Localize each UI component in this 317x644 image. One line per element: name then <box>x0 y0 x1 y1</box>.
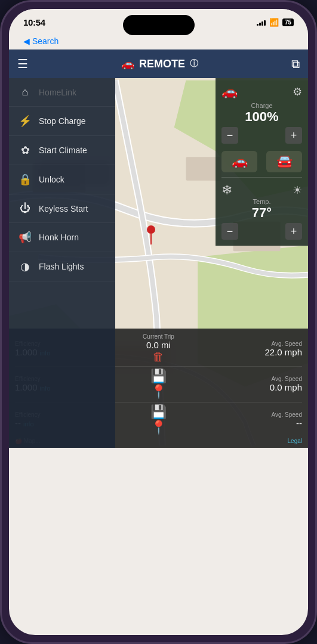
stats-row1-avgspeed-label: Avg. Speed <box>271 340 302 347</box>
temp-controls: − + <box>221 223 302 240</box>
menu-unlock-label: Unlock <box>39 175 64 184</box>
charge-header: 🚗 ⚙ <box>221 84 302 100</box>
wifi-icon: 📶 <box>269 18 279 27</box>
map-pin-line <box>150 234 152 244</box>
charge-section: 🚗 ⚙ Charge 100% − + <box>221 84 302 144</box>
temp-label: Temp. <box>221 198 302 205</box>
signal-bar-3 <box>261 21 263 26</box>
menu-honk-label: Honk Horn <box>39 233 79 242</box>
stats-row1-trip-value: 0.0 mi <box>146 340 171 350</box>
panel-gear-icon[interactable]: ⚙ <box>293 85 302 98</box>
stats-row3-right: Avg. Speed -- <box>169 411 302 428</box>
stop-charge-icon: ⚡ <box>19 114 32 128</box>
car-icon: 🚗 <box>121 57 134 70</box>
stats-row3-avgspeed-label: Avg. Speed <box>271 411 302 418</box>
trash-icon-red[interactable]: 🗑 <box>152 350 164 364</box>
signal-bar-2 <box>259 23 261 26</box>
stats-row1-trip-label: Current Trip <box>143 333 174 340</box>
menu-start-climate-label: Start Climate <box>39 145 87 155</box>
map-pin-dot <box>147 225 155 234</box>
menu-keyless-label: Keyless Start <box>39 204 88 213</box>
app-title: 🚗 REMOTE ⓘ <box>121 57 198 70</box>
temp-value: 77° <box>221 205 302 221</box>
charge-label: Charge <box>221 102 302 109</box>
stats-row2-center[interactable]: 💾 📍 <box>150 369 167 400</box>
menu-homelink-label: HomeLink <box>39 88 76 97</box>
layers-icon[interactable]: ⧉ <box>291 57 300 71</box>
stats-row2-right: Avg. Speed 0.0 mph <box>169 376 302 392</box>
menu-item-start-climate[interactable]: ✿ Start Climate <box>9 136 115 165</box>
menu-item-homelink[interactable]: ⌂ HomeLink <box>9 78 115 107</box>
battery-icon: 75 <box>282 18 294 26</box>
signal-bar-4 <box>264 20 266 26</box>
sidebar-menu: ⌂ HomeLink ⚡ Stop Charge ✿ Start Climate… <box>9 78 115 448</box>
signal-bar-1 <box>257 24 258 26</box>
temp-decrease-button[interactable]: − <box>221 223 238 240</box>
home-icon: ⌂ <box>19 86 32 98</box>
climate-icon: ✿ <box>19 144 32 157</box>
charge-decrease-button[interactable]: − <box>221 127 238 144</box>
status-icons: 📶 75 <box>257 18 294 27</box>
phone-screen: 10:54 📶 75 ◀ Search ☰ 🚗 REMOTE ⓘ <box>9 9 308 635</box>
power-icon: ⏻ <box>19 202 32 215</box>
sun-icon: ☀ <box>293 184 302 197</box>
dynamic-island <box>123 15 195 35</box>
horn-icon: 📢 <box>19 231 32 244</box>
signal-icon <box>257 18 266 26</box>
stats-row3-center[interactable]: 💾 📍 <box>150 404 167 435</box>
save-icon-green[interactable]: 💾 <box>150 369 167 384</box>
menu-flash-label: Flash Lights <box>39 262 84 271</box>
stats-row2-avgspeed-value: 0.0 mph <box>270 382 302 392</box>
legal-link[interactable]: Legal <box>288 438 302 444</box>
right-control-panel: 🚗 ⚙ Charge 100% − + 🚗 🚘 <box>216 78 308 246</box>
location-icon-teal[interactable]: 📍 <box>150 384 167 400</box>
location-icon-purple[interactable]: 📍 <box>150 420 167 435</box>
climate-section: ❄ ☀ Temp. 77° − + <box>221 182 302 240</box>
title-text: REMOTE <box>139 58 185 70</box>
car-front-view[interactable]: 🚗 <box>221 151 257 172</box>
stats-row1-right: Avg. Speed 22.0 mph <box>177 340 302 357</box>
phone-frame: 10:54 📶 75 ◀ Search ☰ 🚗 REMOTE ⓘ <box>0 0 317 644</box>
map-pin <box>145 225 153 244</box>
menu-item-keyless-start[interactable]: ⏻ Keyless Start <box>9 194 115 223</box>
charge-value: 100% <box>221 109 302 125</box>
car-side-view[interactable]: 🚘 <box>266 151 302 172</box>
stats-row1-center[interactable]: Current Trip 0.0 mi 🗑 <box>143 333 174 364</box>
charge-increase-button[interactable]: + <box>285 127 302 144</box>
lock-icon: 🔒 <box>19 173 32 186</box>
main-content: ⌂ HomeLink ⚡ Stop Charge ✿ Start Climate… <box>9 78 308 448</box>
lights-icon: ◑ <box>19 260 32 273</box>
search-back[interactable]: ◀ Search <box>9 35 308 49</box>
panel-divider <box>221 177 302 178</box>
save-icon-purple[interactable]: 💾 <box>150 404 167 420</box>
app-header: ☰ 🚗 REMOTE ⓘ ⧉ <box>9 49 308 78</box>
info-icon[interactable]: ⓘ <box>190 58 198 69</box>
climate-header-row: ❄ ☀ <box>221 182 302 198</box>
menu-item-flash-lights[interactable]: ◑ Flash Lights <box>9 252 115 281</box>
panel-car-icon: 🚗 <box>221 84 238 100</box>
menu-item-stop-charge[interactable]: ⚡ Stop Charge <box>9 107 115 136</box>
menu-stop-charge-label: Stop Charge <box>39 116 86 126</box>
temp-increase-button[interactable]: + <box>285 223 302 240</box>
hamburger-icon[interactable]: ☰ <box>17 57 28 71</box>
stats-row3-avgspeed-value: -- <box>296 418 302 428</box>
menu-item-honk-horn[interactable]: 📢 Honk Horn <box>9 223 115 252</box>
snowflake-icon: ❄ <box>221 182 232 198</box>
charge-controls: − + <box>221 127 302 144</box>
stats-row2-avgspeed-label: Avg. Speed <box>271 376 302 382</box>
stats-row1-avgspeed-value: 22.0 mph <box>264 347 302 357</box>
status-time: 10:54 <box>23 17 45 27</box>
menu-item-unlock[interactable]: 🔒 Unlock <box>9 165 115 194</box>
car-view-row: 🚗 🚘 <box>221 151 302 172</box>
